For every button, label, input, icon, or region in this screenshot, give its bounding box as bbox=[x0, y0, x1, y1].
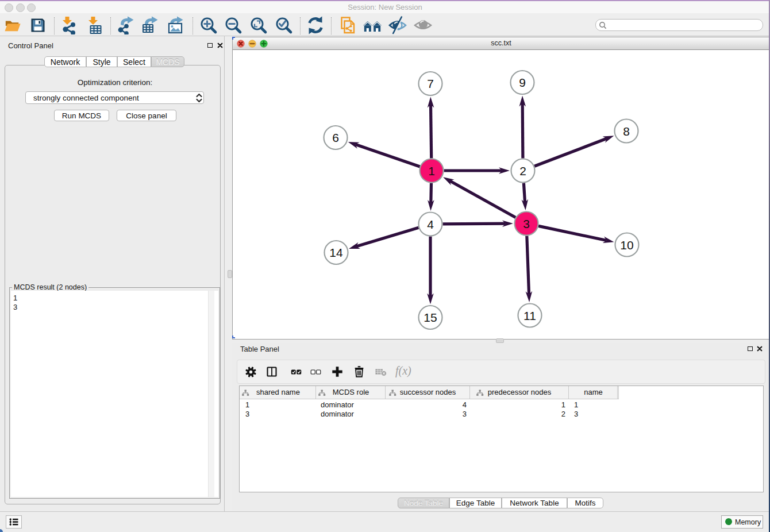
svg-text:11: 11 bbox=[523, 309, 536, 322]
svg-text:1: 1 bbox=[428, 164, 435, 178]
svg-text:2: 2 bbox=[519, 164, 526, 178]
svg-text:9: 9 bbox=[519, 76, 526, 89]
svg-text:7: 7 bbox=[427, 77, 434, 90]
svg-text:3: 3 bbox=[523, 217, 530, 230]
svg-text:4: 4 bbox=[427, 218, 434, 231]
svg-text:14: 14 bbox=[329, 246, 343, 259]
svg-text:10: 10 bbox=[620, 238, 633, 252]
svg-text:8: 8 bbox=[623, 125, 630, 138]
svg-text:6: 6 bbox=[332, 131, 339, 144]
svg-text:15: 15 bbox=[424, 311, 437, 324]
